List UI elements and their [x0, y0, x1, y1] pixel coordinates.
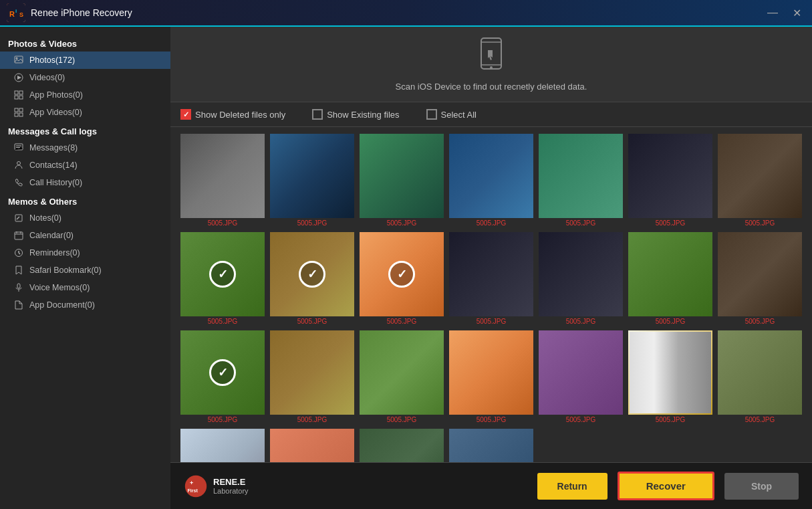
scan-description: Scan iOS Device to find out recnetly del… — [396, 82, 587, 92]
checkmark-overlay — [299, 261, 325, 288]
close-button[interactable]: ✕ — [789, 5, 805, 21]
stop-button[interactable]: Stop — [724, 473, 799, 500]
sidebar-item-voice-memos[interactable]: Voice Memos(0) — [0, 279, 170, 296]
show-deleted-filter[interactable]: Show Deleted files only — [180, 109, 285, 120]
list-item[interactable]: 5005.JPG — [628, 330, 712, 423]
photo-filename: 5005.JPG — [297, 416, 327, 423]
sidebar-item-notes[interactable]: Notes(0) — [0, 209, 170, 227]
show-deleted-label: Show Deleted files only — [195, 110, 285, 120]
list-item[interactable]: 5005.JPG — [539, 134, 623, 227]
list-item[interactable]: 5005.JPG — [718, 134, 802, 227]
main-layout: Photos & Videos Photos(172) Videos(0) Ap… — [0, 27, 812, 509]
sidebar-section-memos: Memos & Others — [0, 191, 170, 209]
list-item[interactable]: 5005.JPG — [180, 232, 265, 325]
logo-icon: + First — [184, 474, 208, 498]
photo-thumbnail — [539, 134, 623, 218]
sidebar-item-reminders[interactable]: Reminders(0) — [0, 244, 170, 262]
list-item[interactable]: 5005.JPG — [718, 330, 802, 423]
select-all-filter[interactable]: Select All — [426, 109, 477, 120]
return-button[interactable]: Return — [537, 473, 607, 500]
list-item[interactable]: 5005.JPG — [270, 330, 354, 423]
photo-thumbnail — [180, 330, 265, 415]
select-all-checkbox[interactable] — [426, 109, 437, 120]
sidebar-section-photos-videos: Photos & Videos — [0, 33, 170, 52]
list-item[interactable]: 5005.JPG — [628, 134, 712, 227]
list-item[interactable]: 5005.JPG — [449, 134, 533, 227]
photo-filename: 5005.JPG — [387, 416, 416, 423]
photo-thumbnail — [449, 330, 533, 415]
svg-rect-29 — [17, 284, 20, 288]
sidebar-item-calendar[interactable]: Calendar(0) — [0, 227, 170, 244]
show-deleted-checkbox[interactable] — [180, 109, 191, 120]
svg-text:S: S — [19, 11, 23, 18]
show-existing-filter[interactable]: Show Existing files — [312, 109, 399, 120]
show-existing-checkbox[interactable] — [312, 109, 323, 120]
minimize-button[interactable]: — — [763, 5, 782, 21]
svg-rect-14 — [15, 113, 18, 116]
select-all-label: Select All — [441, 110, 477, 120]
sidebar-item-videos[interactable]: Videos(0) — [0, 69, 170, 86]
list-item[interactable]: 5005.JPG — [180, 134, 265, 227]
sidebar-item-safari[interactable]: Safari Bookmark(0) — [0, 262, 170, 279]
logo-area: + First RENE.E Laboratory — [184, 474, 249, 498]
list-item[interactable]: 5005.JPG 5005.JPG — [360, 232, 444, 325]
person-icon — [13, 160, 24, 171]
sidebar-label-voice-memos: Voice Memos(0) — [29, 283, 90, 292]
list-item[interactable]: 5005.JPG — [180, 330, 265, 423]
photo-filename: 5005.JPG — [656, 219, 685, 227]
list-item[interactable]: 5005.JPG — [539, 232, 623, 325]
photo-thumbnail — [718, 330, 802, 415]
sidebar-item-messages[interactable]: Messages(8) — [0, 139, 170, 157]
list-item[interactable]: 5005.JPG — [628, 232, 712, 325]
svg-rect-9 — [19, 91, 23, 94]
list-item[interactable]: 5005.JPG — [180, 429, 265, 462]
photo-thumbnail: 5005.JPG — [360, 232, 444, 316]
svg-point-5 — [16, 58, 18, 60]
mic-icon — [13, 282, 24, 293]
list-item[interactable]: 5005.JPG — [360, 330, 444, 423]
image-icon — [13, 55, 24, 66]
list-item[interactable]: 5005.JPG — [449, 330, 533, 423]
sidebar: Photos & Videos Photos(172) Videos(0) Ap… — [0, 27, 170, 509]
sidebar-label-app-photos: App Photos(0) — [29, 90, 83, 100]
photo-filename: 5005.JPG — [656, 318, 685, 325]
photo-thumbnail — [360, 134, 444, 218]
sidebar-item-call-history[interactable]: Call History(0) — [0, 174, 170, 191]
svg-rect-15 — [19, 113, 23, 116]
photo-thumbnail — [628, 134, 712, 218]
sidebar-item-app-document[interactable]: App Document(0) — [0, 296, 170, 314]
sidebar-item-photos[interactable]: Photos(172) — [0, 52, 170, 69]
list-item[interactable]: 5005.JPG — [449, 232, 533, 325]
sidebar-item-app-photos[interactable]: App Photos(0) — [0, 86, 170, 104]
sidebar-item-app-videos[interactable]: App Videos(0) — [0, 104, 170, 121]
sidebar-label-reminders: Reminders(0) — [29, 248, 80, 258]
svg-rect-8 — [15, 91, 18, 94]
list-item[interactable]: 5005.JPG — [270, 232, 354, 325]
svg-line-21 — [17, 217, 19, 219]
title-bar: R i S Renee iPhone Recovery — ✕ — [0, 0, 812, 27]
list-item[interactable]: 5005.JPG — [449, 429, 533, 462]
photo-grid: 5005.JPG 5005.JPG 5005.JPG 5005.JPG 5005… — [180, 134, 802, 462]
photo-thumbnail — [360, 429, 444, 462]
list-item[interactable]: 5005.JPG — [360, 429, 444, 462]
svg-point-19 — [17, 162, 21, 165]
sidebar-label-messages: Messages(8) — [29, 143, 78, 152]
photo-thumbnail — [449, 232, 533, 316]
photo-thumbnail — [360, 330, 444, 415]
list-item[interactable]: 5005.JPG — [270, 134, 354, 227]
checkmark-overlay — [209, 359, 236, 386]
sidebar-label-photos: Photos(172) — [29, 56, 75, 65]
list-item[interactable]: 5005.JPG — [360, 134, 444, 227]
recover-button[interactable]: Recover — [618, 472, 714, 500]
photo-filename: 5005.JPG — [477, 416, 506, 423]
sidebar-item-contacts[interactable]: Contacts(14) — [0, 157, 170, 174]
photo-thumbnail — [718, 134, 802, 218]
list-item[interactable]: 5005.JPG — [539, 330, 623, 423]
svg-line-28 — [19, 253, 20, 254]
photo-grid-container[interactable]: 5005.JPG 5005.JPG 5005.JPG 5005.JPG 5005… — [170, 127, 812, 462]
sidebar-label-videos: Videos(0) — [29, 73, 65, 82]
sidebar-label-safari: Safari Bookmark(0) — [29, 266, 102, 275]
list-item[interactable]: 5005.JPG — [718, 232, 802, 325]
list-item[interactable]: 5005.JPG — [270, 429, 354, 462]
svg-text:R: R — [9, 10, 15, 18]
